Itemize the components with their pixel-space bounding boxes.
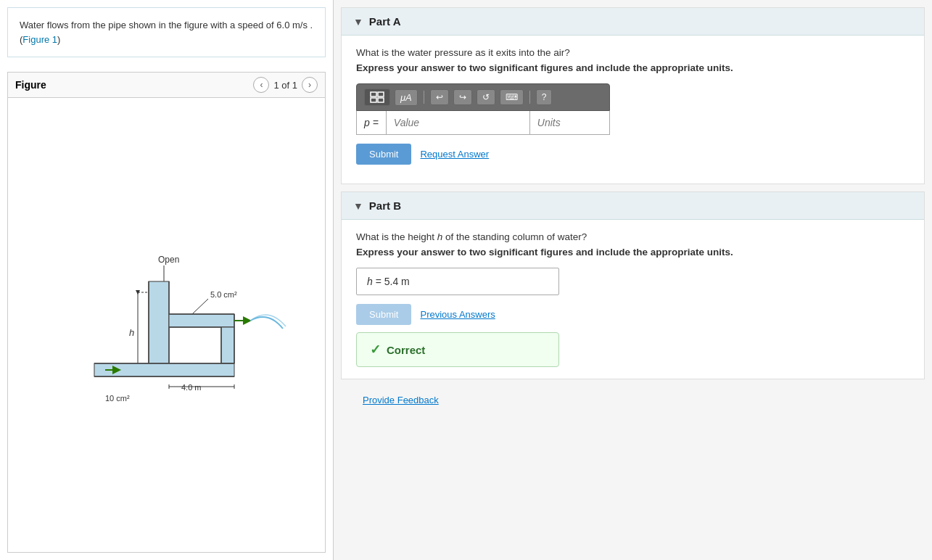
check-icon: ✓ xyxy=(370,342,381,358)
answer-toolbar: μA ↩ ↪ ↺ ⌨ xyxy=(356,83,610,111)
keyboard-icon: ⌨ xyxy=(506,92,518,102)
problem-text: Water flows from the pipe shown in the f… xyxy=(7,7,326,57)
figure-content: Open h 5.0 cm² xyxy=(8,98,325,551)
part-b-instruction: Express your answer to two significant f… xyxy=(356,247,910,258)
figure-header: Figure ‹ 1 of 1 › xyxy=(8,73,325,98)
part-b-answer-value: 5.4 m xyxy=(384,276,410,287)
part-b-answer-display: h = 5.4 m xyxy=(356,268,559,295)
figure-nav-count: 1 of 1 xyxy=(273,80,297,91)
toolbar-grid-btn[interactable] xyxy=(364,88,390,106)
figure-svg: Open h 5.0 cm² xyxy=(36,245,297,405)
part-a-body: What is the water pressure as it exits i… xyxy=(342,36,924,184)
svg-text:10 cm²: 10 cm² xyxy=(105,394,130,403)
svg-rect-15 xyxy=(221,327,234,363)
undo-icon: ↩ xyxy=(436,92,443,102)
problem-text-end: ) xyxy=(57,34,60,45)
part-b-submit-btn[interactable]: Submit xyxy=(356,304,411,325)
part-b-header: ▼ Part B xyxy=(342,192,924,220)
part-b-label: Part B xyxy=(369,199,401,212)
toolbar-redo-btn[interactable]: ↪ xyxy=(453,89,472,105)
toolbar-reset-btn[interactable]: ↺ xyxy=(477,89,495,105)
part-b-previous-answers-btn[interactable]: Previous Answers xyxy=(420,309,495,320)
svg-text:h: h xyxy=(129,327,134,338)
part-b-answer-label: h = xyxy=(367,276,384,287)
part-a-request-answer-btn[interactable]: Request Answer xyxy=(420,149,489,160)
figure-prev-btn[interactable]: ‹ xyxy=(253,77,269,93)
toolbar-undo-btn[interactable]: ↩ xyxy=(430,89,449,105)
part-b-question: What is the height h of the standing col… xyxy=(356,231,910,242)
toolbar-separator-1 xyxy=(424,91,424,104)
toolbar-help-btn[interactable]: ? xyxy=(536,89,553,105)
part-b-collapse-btn[interactable]: ▼ xyxy=(353,200,363,212)
part-a-input-row: p = xyxy=(356,111,610,135)
provide-feedback-link[interactable]: Provide Feedback xyxy=(363,395,439,405)
feedback-section: Provide Feedback xyxy=(334,387,932,413)
svg-text:Open: Open xyxy=(158,255,179,265)
toolbar-units-btn[interactable]: μA xyxy=(395,89,418,106)
toolbar-keyboard-btn[interactable]: ⌨ xyxy=(500,89,524,105)
problem-text-content: Water flows from the pipe shown in the f… xyxy=(20,20,313,45)
part-b-correct-badge: ✓ Correct xyxy=(356,332,559,367)
svg-rect-31 xyxy=(378,98,384,102)
part-a-value-input[interactable] xyxy=(387,111,529,134)
svg-rect-30 xyxy=(371,98,376,102)
svg-rect-3 xyxy=(149,281,169,376)
figure-nav: ‹ 1 of 1 › xyxy=(253,77,318,93)
part-a-action-row: Submit Request Answer xyxy=(356,144,910,165)
part-b-body: What is the height h of the standing col… xyxy=(342,220,924,379)
part-b-action-row: Submit Previous Answers xyxy=(356,304,910,325)
figure-panel: Figure ‹ 1 of 1 › Open xyxy=(7,72,326,553)
part-a-header: ▼ Part A xyxy=(342,8,924,36)
svg-rect-29 xyxy=(378,92,384,96)
part-a-question: What is the water pressure as it exits i… xyxy=(356,47,910,58)
svg-rect-12 xyxy=(169,314,234,327)
correct-label: Correct xyxy=(387,344,425,356)
svg-rect-28 xyxy=(371,92,376,96)
figure-next-btn[interactable]: › xyxy=(302,77,318,93)
part-a-label: Part A xyxy=(369,15,401,28)
part-a-collapse-btn[interactable]: ▼ xyxy=(353,16,363,28)
reset-icon: ↺ xyxy=(482,92,490,102)
figure-link[interactable]: Figure 1 xyxy=(22,34,57,45)
help-icon: ? xyxy=(542,92,547,102)
part-b-section: ▼ Part B What is the height h of the sta… xyxy=(341,192,925,379)
part-a-section: ▼ Part A What is the water pressure as i… xyxy=(341,7,925,184)
svg-text:4.0 m: 4.0 m xyxy=(181,383,202,392)
part-a-units-input[interactable] xyxy=(529,111,673,134)
figure-title: Figure xyxy=(15,79,46,91)
units-icon: μA xyxy=(400,92,412,103)
toolbar-separator-2 xyxy=(529,91,530,104)
right-panel: ▼ Part A What is the water pressure as i… xyxy=(334,0,932,560)
part-a-submit-btn[interactable]: Submit xyxy=(356,144,411,165)
part-a-instruction: Express your answer to two significant f… xyxy=(356,62,910,73)
redo-icon: ↪ xyxy=(459,92,466,102)
part-a-input-label: p = xyxy=(357,111,387,134)
svg-text:5.0 cm²: 5.0 cm² xyxy=(210,290,237,299)
grid-icon xyxy=(370,91,384,103)
